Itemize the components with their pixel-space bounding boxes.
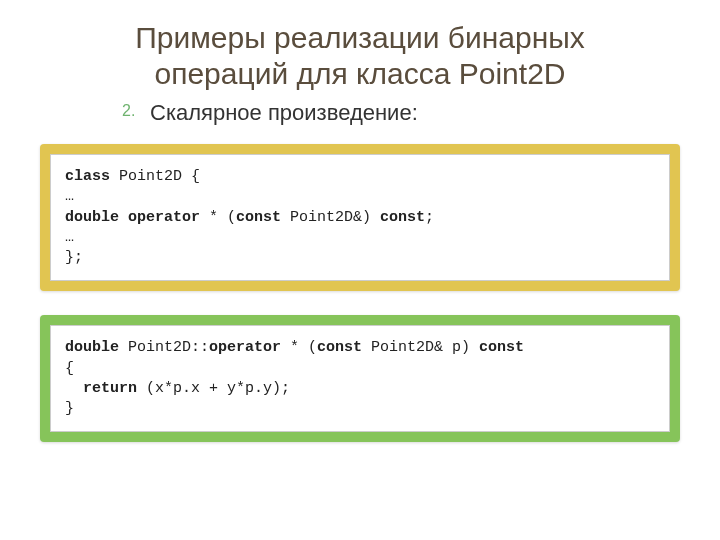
kw-const: const [236, 209, 281, 226]
kw-double-operator: double operator [65, 209, 200, 226]
slide: Примеры реализации бинарных операций для… [0, 0, 720, 540]
code-text: } [65, 400, 74, 417]
code-definition: double Point2D::operator * (const Point2… [50, 325, 670, 432]
code-text: { [65, 360, 74, 377]
code-text: * ( [200, 209, 236, 226]
code-text [65, 380, 83, 397]
code-box-definition: double Point2D::operator * (const Point2… [40, 315, 680, 442]
code-text: Point2D& p) [362, 339, 479, 356]
kw-operator: operator [209, 339, 281, 356]
kw-return: return [83, 380, 137, 397]
code-box-declaration: class Point2D { … double operator * (con… [40, 144, 680, 291]
code-text: (x*p.x + y*p.y); [137, 380, 290, 397]
page-title: Примеры реализации бинарных операций для… [0, 0, 720, 100]
code-text: Point2D&) [281, 209, 380, 226]
code-declaration: class Point2D { … double operator * (con… [50, 154, 670, 281]
title-line-2: операций для класса Point2D [154, 57, 565, 90]
code-text: … [65, 229, 74, 246]
kw-double: double [65, 339, 119, 356]
code-text: }; [65, 249, 83, 266]
subtitle-row: 2. Скалярное произведение: [150, 100, 720, 138]
code-text: … [65, 188, 74, 205]
kw-const: const [317, 339, 362, 356]
subtitle-text: Скалярное произведение: [150, 100, 418, 125]
code-text: Point2D:: [119, 339, 209, 356]
code-text: Point2D { [110, 168, 200, 185]
code-text: * ( [281, 339, 317, 356]
kw-const: const [479, 339, 524, 356]
title-line-1: Примеры реализации бинарных [135, 21, 585, 54]
kw-const: const [380, 209, 425, 226]
code-text: ; [425, 209, 434, 226]
kw-class: class [65, 168, 110, 185]
list-number: 2. [122, 102, 135, 120]
